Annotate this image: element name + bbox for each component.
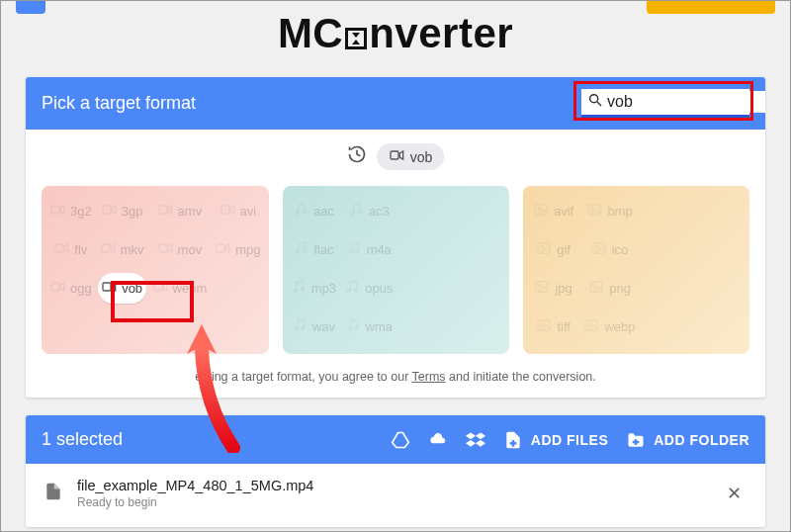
svg-point-36 (348, 290, 351, 293)
recent-format-label: vob (410, 149, 433, 165)
format-3g2[interactable]: 3g2 (47, 196, 94, 226)
format-wav[interactable]: wav (289, 311, 339, 342)
video-icon (215, 240, 230, 259)
format-bmp[interactable]: bmp (581, 196, 637, 226)
format-vob[interactable]: vob (98, 273, 146, 304)
add-files-button[interactable]: ADD FILES (503, 430, 608, 450)
history-icon (347, 144, 367, 169)
svg-point-28 (351, 213, 354, 216)
brand-glyph-icon (345, 28, 367, 49)
svg-marker-3 (399, 151, 402, 159)
file-name: file_example_MP4_480_1_5MG.mp4 (77, 478, 707, 493)
svg-rect-46 (538, 243, 550, 254)
top-accent-right (647, 0, 775, 14)
format-empty (398, 196, 449, 226)
svg-marker-5 (60, 206, 63, 214)
svg-marker-58 (392, 432, 408, 447)
format-mov[interactable]: mov (150, 234, 210, 265)
svg-point-29 (358, 211, 361, 214)
svg-rect-64 (509, 442, 516, 445)
svg-point-31 (303, 249, 306, 252)
format-empty (694, 311, 744, 342)
format-empty (453, 273, 503, 304)
svg-marker-19 (226, 244, 229, 252)
svg-marker-7 (112, 206, 115, 214)
format-webp[interactable]: webp (581, 311, 637, 342)
format-flv[interactable]: flv (47, 234, 94, 265)
format-groups: 3g23gpamvaviflvmkvmovmpgoggvobwebm aacac… (26, 178, 765, 370)
format-search-input[interactable] (603, 91, 765, 113)
format-webm[interactable]: webm (150, 273, 210, 304)
file-meta: file_example_MP4_480_1_5MG.mp4 Ready to … (77, 478, 707, 509)
format-avif[interactable]: avif (529, 196, 578, 226)
format-mpg[interactable]: mpg (213, 234, 262, 265)
format-amv[interactable]: amv (150, 196, 210, 226)
svg-point-45 (591, 207, 594, 210)
format-wma[interactable]: wma (342, 311, 395, 342)
svg-point-26 (296, 213, 299, 216)
format-aac[interactable]: aac (289, 196, 339, 226)
svg-rect-48 (593, 243, 605, 254)
format-flac[interactable]: flac (289, 234, 339, 265)
image-icon (536, 240, 552, 259)
format-mkv[interactable]: mkv (98, 234, 146, 265)
google-drive-icon[interactable] (391, 430, 410, 450)
format-3gp[interactable]: 3gp (98, 196, 146, 226)
format-jpg[interactable]: jpg (529, 273, 578, 304)
svg-rect-10 (221, 206, 229, 214)
image-icon (591, 240, 607, 259)
svg-rect-20 (51, 283, 59, 291)
audio-icon (292, 317, 308, 336)
svg-marker-11 (230, 206, 233, 214)
format-ac3[interactable]: ac3 (342, 196, 395, 226)
image-icon (586, 202, 602, 221)
format-empty (694, 234, 744, 265)
format-picker-card: Pick a target format ✕ vob 3g23gpamvavif… (26, 77, 765, 398)
dropbox-icon[interactable] (466, 430, 485, 450)
format-png[interactable]: png (581, 273, 637, 304)
add-file-icon (503, 430, 523, 450)
remove-file-button[interactable]: ✕ (721, 479, 747, 508)
audio-icon (348, 202, 364, 221)
add-folder-icon (626, 430, 646, 450)
group-audio: aacac3flacm4amp3opuswavwma (283, 186, 509, 354)
svg-point-51 (539, 284, 542, 287)
format-empty (453, 196, 503, 226)
format-empty (398, 311, 449, 342)
file-row: file_example_MP4_480_1_5MG.mp4 Ready to … (26, 464, 765, 527)
terms-link[interactable]: Terms (412, 370, 446, 384)
image-icon (534, 279, 550, 298)
format-search[interactable]: ✕ (581, 89, 749, 118)
format-gif[interactable]: gif (529, 234, 578, 265)
svg-marker-62 (476, 440, 485, 447)
svg-rect-54 (538, 320, 550, 331)
cloud-sources (391, 430, 485, 450)
format-avi[interactable]: avi (213, 196, 262, 226)
brand-logo: MCnverter (0, 10, 791, 57)
svg-rect-42 (535, 205, 547, 216)
format-empty (642, 234, 691, 265)
svg-point-47 (541, 245, 544, 248)
video-icon (157, 202, 173, 221)
format-empty (213, 273, 262, 304)
format-picker-header: Pick a target format ✕ (26, 77, 765, 130)
recent-format-chip[interactable]: vob (377, 143, 445, 170)
svg-point-41 (355, 326, 358, 329)
svg-point-55 (541, 322, 544, 325)
format-empty (453, 311, 503, 342)
format-ico[interactable]: ico (581, 234, 637, 265)
format-m4a[interactable]: m4a (342, 234, 395, 265)
onedrive-icon[interactable] (428, 430, 448, 450)
video-icon (152, 279, 168, 298)
format-tiff[interactable]: tiff (529, 311, 578, 342)
svg-rect-50 (536, 282, 548, 293)
format-opus[interactable]: opus (342, 273, 395, 304)
add-folder-button[interactable]: ADD FOLDER (626, 430, 749, 450)
svg-marker-60 (476, 432, 485, 439)
format-mp3[interactable]: mp3 (289, 273, 339, 304)
svg-marker-23 (112, 283, 115, 291)
search-icon (587, 92, 603, 112)
svg-rect-12 (55, 244, 63, 252)
format-ogg[interactable]: ogg (47, 273, 94, 304)
svg-rect-4 (51, 206, 59, 214)
